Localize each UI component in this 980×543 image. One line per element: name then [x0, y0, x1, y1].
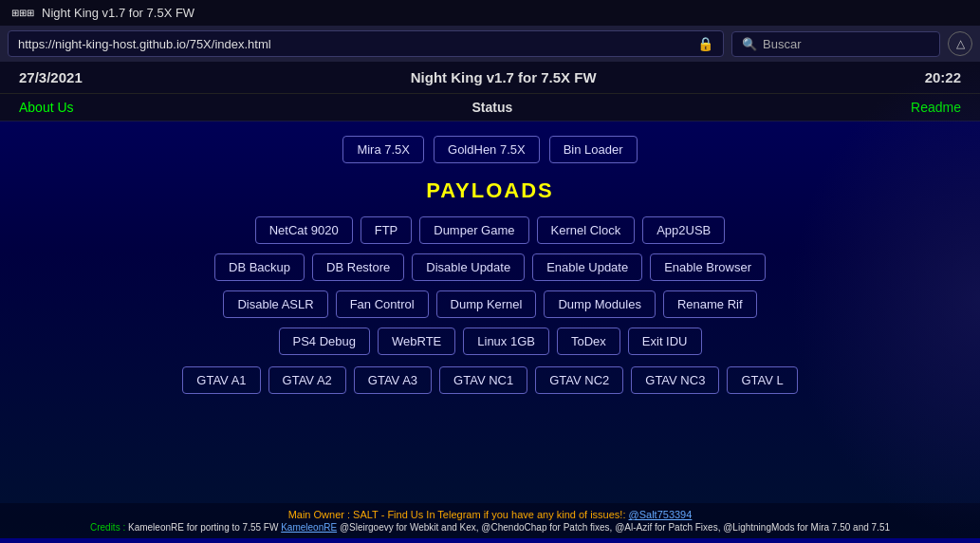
payload-rows-container: NetCat 9020FTPDumper GameKernel ClockApp…: [214, 216, 766, 355]
header-time: 20:22: [925, 69, 961, 85]
search-placeholder: Buscar: [763, 37, 801, 51]
main-area: Mira 7.5XGoldHen 7.5XBin Loader PAYLOADS…: [0, 122, 980, 408]
top-button[interactable]: GoldHen 7.5X: [434, 136, 540, 163]
page-content: 27/3/2021 Night King v1.7 for 7.5X FW 20…: [0, 62, 980, 538]
payload-button[interactable]: FTP: [361, 216, 413, 244]
search-bar[interactable]: 🔍 Buscar: [731, 31, 940, 57]
footer-credits-link[interactable]: KameleonRE: [281, 522, 337, 533]
payload-button[interactable]: Fan Control: [336, 290, 429, 318]
payload-row-2: Disable ASLRFan ControlDump KernelDump M…: [223, 290, 756, 318]
title-bar: ⊞⊞⊞ Night King v1.7 for 7.5X FW: [0, 0, 980, 26]
footer-credits-text: KameleonRE for porting to 7.55 FW: [128, 522, 281, 533]
payload-button[interactable]: App2USB: [642, 216, 725, 244]
footer-telegram-link[interactable]: @Salt753394: [629, 509, 693, 520]
payload-button[interactable]: DB Backup: [214, 253, 305, 281]
status-label: Status: [472, 100, 512, 115]
gtav-button[interactable]: GTAV A2: [268, 366, 346, 394]
payload-button[interactable]: Dumper Game: [419, 216, 528, 244]
payload-row-1: DB BackupDB RestoreDisable UpdateEnable …: [214, 253, 766, 281]
payload-button[interactable]: Rename Rif: [663, 290, 757, 318]
gtav-button[interactable]: GTAV NC3: [631, 366, 719, 394]
about-us-link[interactable]: About Us: [19, 100, 74, 115]
readme-link[interactable]: Readme: [911, 100, 961, 115]
footer-credits-rest: @Sleirgoevy for Webkit and Kex, @ChendoC…: [340, 522, 890, 533]
gtav-button[interactable]: GTAV A1: [182, 366, 260, 394]
nav-bar: About Us Status Readme: [0, 94, 980, 122]
payload-row-0: NetCat 9020FTPDumper GameKernel ClockApp…: [255, 216, 726, 244]
payloads-title: PAYLOADS: [426, 178, 554, 203]
browser-title: Night King v1.7 for 7.5X FW: [42, 6, 194, 20]
footer-area: Main Owner : SALT - Find Us In Telegram …: [0, 503, 980, 538]
footer-owner-text: Main Owner : SALT - Find Us In Telegram …: [288, 509, 626, 520]
payload-button[interactable]: Exit IDU: [628, 328, 702, 355]
header-date: 27/3/2021: [19, 69, 83, 85]
payload-button[interactable]: Enable Browser: [650, 253, 766, 281]
top-button[interactable]: Mira 7.5X: [342, 136, 424, 163]
circle-button[interactable]: △: [948, 31, 972, 56]
gtav-buttons-row: GTAV A1GTAV A2GTAV A3GTAV NC1GTAV NC2GTA…: [182, 366, 797, 394]
payload-button[interactable]: NetCat 9020: [255, 216, 353, 244]
payload-button[interactable]: WebRTE: [378, 328, 455, 355]
search-icon: 🔍: [742, 37, 757, 51]
address-bar-row: https://night-king-host.github.io/75X/in…: [0, 26, 980, 62]
footer-main: Main Owner : SALT - Find Us In Telegram …: [9, 509, 971, 520]
payload-button[interactable]: ToDex: [557, 328, 620, 355]
payload-button[interactable]: Dump Modules: [544, 290, 655, 318]
footer-credits-prefix: Credits :: [90, 522, 125, 533]
payload-button[interactable]: Enable Update: [532, 253, 642, 281]
payload-button[interactable]: Linux 1GB: [463, 328, 549, 355]
gtav-button[interactable]: GTAV NC2: [535, 366, 623, 394]
payload-button[interactable]: Disable Update: [412, 253, 525, 281]
footer-credits: Credits : KameleonRE for porting to 7.55…: [9, 522, 971, 533]
browser-icon: ⊞⊞⊞: [11, 8, 34, 18]
gtav-button[interactable]: GTAV NC1: [439, 366, 527, 394]
gtav-button[interactable]: GTAV L: [727, 366, 797, 394]
browser-chrome: ⊞⊞⊞ Night King v1.7 for 7.5X FW https://…: [0, 0, 980, 62]
payload-button[interactable]: Disable ASLR: [223, 290, 327, 318]
lock-icon: 🔒: [697, 36, 713, 51]
top-button[interactable]: Bin Loader: [549, 136, 638, 163]
url-text: https://night-king-host.github.io/75X/in…: [18, 37, 271, 51]
payload-row-3: PS4 DebugWebRTELinux 1GBToDexExit IDU: [279, 328, 702, 355]
payload-button[interactable]: DB Restore: [312, 253, 404, 281]
gtav-button[interactable]: GTAV A3: [354, 366, 432, 394]
payload-button[interactable]: Kernel Clock: [537, 216, 636, 244]
header-bar: 27/3/2021 Night King v1.7 for 7.5X FW 20…: [0, 62, 980, 94]
top-buttons-row: Mira 7.5XGoldHen 7.5XBin Loader: [342, 136, 637, 163]
payload-button[interactable]: PS4 Debug: [279, 328, 371, 355]
address-bar[interactable]: https://night-king-host.github.io/75X/in…: [8, 30, 724, 57]
payload-button[interactable]: Dump Kernel: [436, 290, 537, 318]
header-title: Night King v1.7 for 7.5X FW: [411, 69, 597, 85]
